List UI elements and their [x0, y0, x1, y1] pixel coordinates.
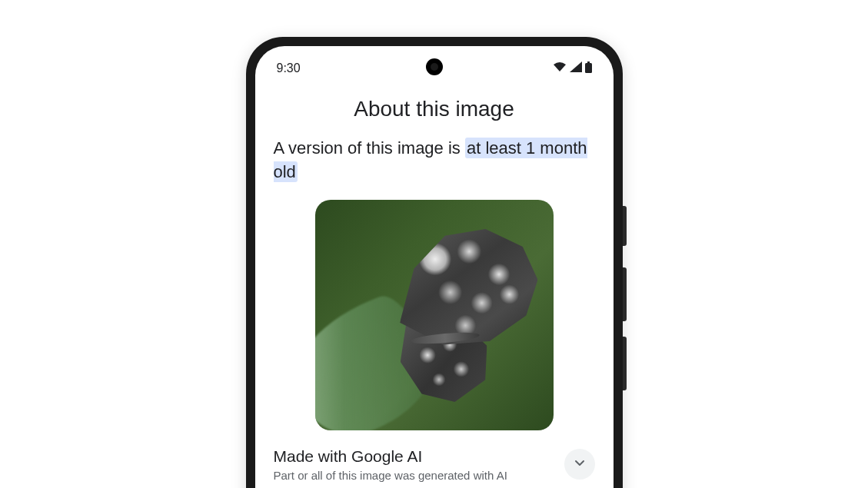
page-title: About this image — [255, 83, 614, 137]
status-time: 9:30 — [277, 61, 301, 75]
age-prefix: A version of this image is — [274, 138, 465, 158]
image-preview[interactable] — [315, 200, 554, 430]
phone-mockup: 9:30 About this image A version of this … — [246, 37, 623, 488]
svg-rect-1 — [585, 63, 592, 73]
camera-notch — [426, 58, 443, 75]
chevron-down-icon — [574, 456, 586, 472]
volume-up-button — [623, 267, 627, 321]
ai-info-text: Made with Google AI Part or all of this … — [274, 447, 507, 482]
status-icons — [553, 61, 592, 76]
signal-icon — [570, 61, 582, 75]
volume-down-button — [623, 337, 627, 390]
power-button — [623, 206, 627, 246]
battery-icon — [585, 61, 592, 76]
svg-rect-0 — [587, 61, 590, 63]
phone-screen: 9:30 About this image A version of this … — [255, 46, 614, 488]
ai-info-row[interactable]: Made with Google AI Part or all of this … — [255, 430, 614, 485]
ai-info-heading: Made with Google AI — [274, 447, 507, 466]
ai-info-subtext: Part or all of this image was generated … — [274, 469, 507, 482]
wifi-icon — [553, 61, 567, 75]
image-age-text: A version of this image is at least 1 mo… — [255, 137, 614, 200]
expand-button[interactable] — [564, 449, 595, 480]
phone-frame: 9:30 About this image A version of this … — [246, 37, 623, 488]
